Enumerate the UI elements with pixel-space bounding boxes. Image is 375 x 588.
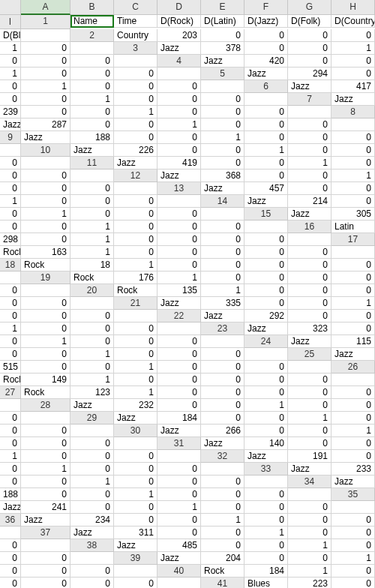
cell-H4[interactable]: 0: [114, 68, 158, 80]
row-header-27[interactable]: 27: [0, 386, 21, 399]
cell-E21[interactable]: 1: [332, 297, 375, 310]
cell-F39[interactable]: 0: [0, 565, 21, 578]
cell-G15[interactable]: 0: [158, 220, 201, 233]
cell-F34[interactable]: 0: [158, 488, 201, 501]
cell-H3[interactable]: 0: [70, 55, 114, 68]
cell-A25[interactable]: Jazz: [332, 348, 375, 361]
cell-A10[interactable]: Jazz: [70, 144, 114, 157]
cell-C39[interactable]: 0: [244, 552, 288, 565]
cell-A9[interactable]: Jazz: [21, 131, 70, 144]
cell-F19[interactable]: 0: [288, 272, 332, 284]
row-header-16[interactable]: 16: [288, 220, 332, 233]
cell-I36[interactable]: [0, 526, 21, 539]
cell-A15[interactable]: Jazz: [288, 208, 332, 220]
cell-E10[interactable]: 1: [244, 144, 288, 157]
cell-E26[interactable]: 0: [158, 374, 201, 386]
cell-F37[interactable]: 0: [288, 526, 332, 539]
cell-B5[interactable]: 294: [288, 68, 332, 80]
cell-E38[interactable]: 1: [288, 539, 332, 552]
column-header-A[interactable]: A: [21, 0, 70, 15]
cell-H13[interactable]: 0: [114, 195, 158, 208]
spreadsheet-grid[interactable]: ABCDEFGHI1NameTimeD(Rock)D(Latin)D(Jazz)…: [0, 0, 375, 588]
cell-I14[interactable]: [201, 208, 244, 220]
cell-G36[interactable]: 0: [288, 514, 332, 526]
cell-D2[interactable]: 0: [244, 29, 288, 42]
cell-C8[interactable]: 0: [70, 118, 114, 131]
cell-A8[interactable]: Jazz: [0, 118, 21, 131]
cell-I6[interactable]: [244, 93, 288, 106]
cell-A28[interactable]: Jazz: [70, 399, 114, 412]
cell-E6[interactable]: 1: [70, 93, 114, 106]
cell-A4[interactable]: Jazz: [201, 55, 244, 68]
cell-D40[interactable]: 0: [332, 565, 375, 578]
cell-G32[interactable]: 0: [114, 463, 158, 476]
cell-I17[interactable]: [332, 246, 375, 259]
cell-C3[interactable]: 0: [244, 42, 288, 55]
row-header-28[interactable]: 28: [21, 399, 70, 412]
row-header-10[interactable]: 10: [21, 144, 70, 157]
cell-C34[interactable]: 0: [21, 488, 70, 501]
cell-D33[interactable]: 0: [21, 476, 70, 488]
row-header-34[interactable]: 34: [288, 476, 332, 488]
cell-H16[interactable]: 0: [244, 233, 288, 246]
cell-A6[interactable]: Jazz: [288, 80, 332, 93]
column-header-C[interactable]: C: [114, 0, 158, 15]
cell-F36[interactable]: 0: [244, 514, 288, 526]
cell-F30[interactable]: 0: [0, 437, 21, 450]
cell-D26[interactable]: 0: [114, 374, 158, 386]
cell-B3[interactable]: 378: [201, 42, 244, 55]
cell-A24[interactable]: Jazz: [288, 335, 332, 348]
cell-C35[interactable]: 0: [70, 501, 114, 514]
cell-D19[interactable]: 0: [201, 272, 244, 284]
cell-H35[interactable]: 0: [288, 501, 332, 514]
cell-I16[interactable]: [288, 233, 332, 246]
cell-I30[interactable]: [114, 437, 158, 450]
cell-B41[interactable]: 223: [288, 578, 332, 588]
cell-B15[interactable]: 305: [332, 208, 375, 220]
cell-E16[interactable]: 0: [114, 233, 158, 246]
cell-H18[interactable]: 0: [332, 259, 375, 272]
cell-F20[interactable]: 0: [332, 284, 375, 297]
cell-H34[interactable]: 0: [244, 488, 288, 501]
cell-C37[interactable]: 0: [158, 526, 201, 539]
cell-G21[interactable]: 0: [21, 310, 70, 322]
cell-A39[interactable]: Jazz: [158, 552, 201, 565]
cell-G20[interactable]: 0: [0, 297, 21, 310]
row-header-2[interactable]: 2: [70, 29, 114, 42]
row-header-13[interactable]: 13: [158, 182, 201, 195]
cell-A34[interactable]: Jazz: [332, 476, 375, 488]
cell-A2[interactable]: Country: [114, 29, 158, 42]
cell-B20[interactable]: 135: [158, 284, 201, 297]
cell-G19[interactable]: 0: [332, 272, 375, 284]
cell-G31[interactable]: 0: [70, 450, 114, 463]
cell-A32[interactable]: Jazz: [244, 450, 288, 463]
cell-G29[interactable]: 0: [0, 424, 21, 437]
cell-F17[interactable]: 0: [201, 246, 244, 259]
cell-E40[interactable]: 0: [0, 578, 21, 588]
cell-E31[interactable]: 1: [0, 450, 21, 463]
header-cell-D(Jazz)[interactable]: D(Jazz): [244, 15, 288, 28]
cell-F38[interactable]: 0: [332, 539, 375, 552]
cell-B35[interactable]: 241: [21, 501, 70, 514]
cell-D13[interactable]: 0: [332, 182, 375, 195]
cell-A13[interactable]: Jazz: [201, 182, 244, 195]
cell-B13[interactable]: 457: [244, 182, 288, 195]
row-header-14[interactable]: 14: [201, 195, 244, 208]
cell-E20[interactable]: 0: [288, 284, 332, 297]
cell-E18[interactable]: 0: [201, 259, 244, 272]
cell-H20[interactable]: 0: [21, 297, 70, 310]
cell-A38[interactable]: Jazz: [114, 539, 158, 552]
cell-C22[interactable]: 0: [288, 310, 332, 322]
cell-A3[interactable]: Jazz: [158, 42, 201, 55]
cell-H38[interactable]: 0: [21, 552, 70, 565]
cell-C9[interactable]: 0: [114, 131, 158, 144]
row-header-5[interactable]: 5: [201, 68, 244, 80]
cell-A23[interactable]: Jazz: [244, 322, 288, 335]
header-cell-D(Country)[interactable]: D(Country): [332, 15, 375, 28]
cell-G14[interactable]: 0: [114, 208, 158, 220]
row-header-39[interactable]: 39: [114, 552, 158, 565]
cell-I35[interactable]: [332, 501, 375, 514]
cell-H2[interactable]: 0: [21, 42, 70, 55]
row-header-8[interactable]: 8: [332, 106, 375, 118]
cell-A19[interactable]: Rock: [70, 272, 114, 284]
